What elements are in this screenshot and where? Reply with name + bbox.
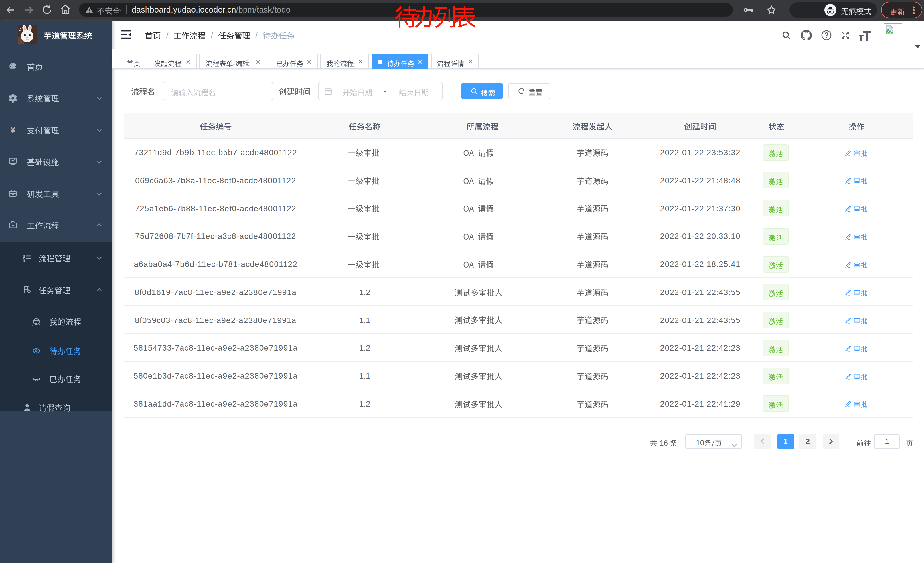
svg-text:¥: ¥ — [10, 125, 16, 135]
